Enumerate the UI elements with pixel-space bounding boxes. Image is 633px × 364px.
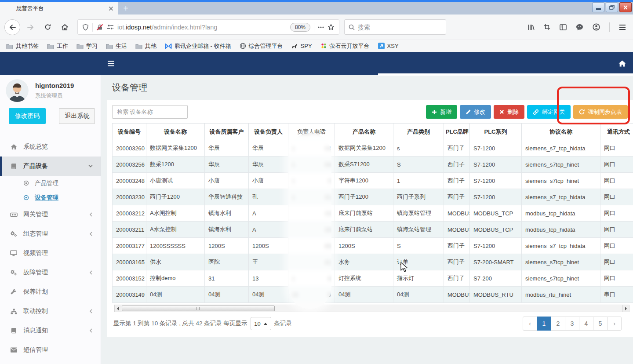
cell-plc-brand: MODBUS bbox=[444, 222, 470, 238]
scroll-right-icon[interactable] bbox=[622, 305, 629, 312]
window-minimize-button[interactable] bbox=[592, 2, 604, 12]
pager-item[interactable]: 5 bbox=[593, 317, 608, 331]
column-header[interactable]: 协议名称 bbox=[522, 124, 600, 140]
sidebar-item[interactable]: 网关管理 bbox=[0, 205, 101, 224]
zoom-level-badge[interactable]: 80% bbox=[290, 23, 310, 32]
sidebar-subitem[interactable]: 设备管理 bbox=[0, 190, 101, 205]
sidebar-item[interactable]: 消息通知 bbox=[0, 321, 101, 340]
home-button[interactable] bbox=[58, 20, 72, 34]
bookmark-item[interactable]: 工作 bbox=[47, 42, 68, 50]
bookmark-item[interactable]: 其他 bbox=[135, 42, 156, 50]
pager-item[interactable]: 2 bbox=[551, 317, 565, 331]
browser-search-input[interactable] bbox=[358, 24, 442, 31]
table-row[interactable]: 200003230西门子1200华辰智通科技孔131西门子1200西门子系列西门… bbox=[113, 189, 633, 205]
add-button[interactable]: 新增 bbox=[426, 105, 457, 119]
forward-button[interactable] bbox=[23, 20, 37, 34]
bookmark-label: 其他 bbox=[145, 42, 156, 50]
sidebar-item[interactable]: 短信管理 bbox=[0, 340, 101, 360]
sidebar-item[interactable]: 视频管理 bbox=[0, 244, 101, 263]
sidebar-item[interactable]: 空间管理 bbox=[0, 360, 101, 364]
url-bar[interactable]: iot.idosp.net/admin/index.html?lang 80% bbox=[77, 19, 339, 35]
bookmark-item[interactable]: SPY bbox=[291, 43, 312, 49]
bookmark-item[interactable]: 萤石云开放平台 bbox=[320, 42, 370, 50]
sidebar-item[interactable]: 组态管理 bbox=[0, 224, 101, 244]
column-header[interactable]: 通讯方式 bbox=[600, 124, 633, 140]
column-header[interactable]: 设备编号 bbox=[113, 124, 146, 140]
screenshot-crop-icon[interactable] bbox=[544, 24, 550, 30]
device-search-input[interactable] bbox=[112, 105, 188, 119]
column-header[interactable]: 设备负责人 bbox=[249, 124, 288, 140]
pager-item[interactable]: 4 bbox=[579, 317, 593, 331]
column-header[interactable]: 产品名称 bbox=[335, 124, 393, 140]
reload-icon[interactable] bbox=[40, 20, 55, 34]
cell-plc-brand: MODBUS bbox=[444, 287, 470, 303]
library-icon[interactable] bbox=[528, 24, 535, 31]
logout-button[interactable]: 退出系统 bbox=[59, 108, 95, 124]
table-row[interactable]: 200003256数采1200华辰华辰104数采S71200S西门子S7-120… bbox=[113, 157, 633, 173]
back-button[interactable] bbox=[4, 19, 20, 35]
app-home-icon[interactable] bbox=[618, 60, 626, 67]
tab-bar: 思普云平台 + bbox=[0, 2, 633, 15]
shield-icon[interactable] bbox=[82, 24, 89, 31]
insecure-lock-icon[interactable] bbox=[96, 24, 103, 31]
table-row[interactable]: 200003260数据网关采集1200华辰华辰104数据网关采集1200s西门子… bbox=[113, 140, 633, 157]
column-header[interactable]: 产品类别 bbox=[393, 124, 444, 140]
pager-item[interactable]: 1 bbox=[537, 317, 551, 331]
browser-tab[interactable]: 思普云平台 bbox=[0, 2, 118, 15]
window-restore-button[interactable] bbox=[606, 2, 618, 12]
table-row[interactable]: 20000314904测04测04测15804测04测MODBUSMODBUS_… bbox=[113, 287, 633, 303]
app-topbar bbox=[0, 52, 633, 75]
window-close-button[interactable] bbox=[619, 2, 632, 12]
bookmark-item[interactable]: 综合管理平台 bbox=[240, 42, 283, 50]
horizontal-scrollbar[interactable] bbox=[114, 305, 629, 312]
permissions-icon[interactable] bbox=[107, 24, 114, 30]
cell-owner: 孔 bbox=[249, 189, 288, 205]
change-password-button[interactable]: 修改密码 bbox=[9, 108, 46, 124]
pager-item[interactable]: ‹ bbox=[523, 317, 537, 331]
bookmark-item[interactable]: 腾讯企业邮箱 - 收件箱 bbox=[165, 42, 231, 50]
scroll-left-icon[interactable] bbox=[115, 305, 121, 312]
sidebar-item[interactable]: 故障管理 bbox=[0, 263, 101, 282]
sidebar-toggle-icon[interactable] bbox=[107, 61, 115, 66]
cell-customer: 镇海水利 bbox=[205, 205, 249, 222]
table-row[interactable]: 200003248小唐测试小唐小唐10字符串12001西门子S7-1200sie… bbox=[113, 173, 633, 189]
pager-item[interactable]: 3 bbox=[565, 317, 579, 331]
sidebars-icon[interactable] bbox=[560, 24, 567, 30]
bookmark-item[interactable]: XSY bbox=[378, 43, 399, 49]
sidebar-item[interactable]: 联动控制 bbox=[0, 302, 101, 321]
menu-icon[interactable] bbox=[619, 24, 626, 30]
cell-product: 1200S bbox=[335, 238, 393, 254]
page-actions-icon[interactable] bbox=[318, 26, 324, 28]
table-row[interactable]: 200003211A水泵控制镇海水利A33庶来门前泵站镇海泵站管理MODBUSM… bbox=[113, 222, 633, 238]
column-header[interactable]: PLC系列 bbox=[470, 124, 522, 140]
edit-button[interactable]: 修改 bbox=[460, 105, 491, 119]
page-size-select[interactable]: 10 bbox=[251, 317, 271, 330]
bookmark-item[interactable]: 其他书签 bbox=[6, 42, 39, 50]
column-header[interactable]: 设备所属客户 bbox=[205, 124, 249, 140]
account-icon[interactable] bbox=[593, 23, 600, 31]
action-label: 强制同步点表 bbox=[588, 108, 622, 116]
pager-item[interactable]: › bbox=[607, 317, 622, 331]
scrollbar-thumb[interactable] bbox=[122, 306, 275, 311]
sidebar-item[interactable]: 保养计划 bbox=[0, 282, 101, 302]
column-header[interactable]: 负责人电话 bbox=[288, 124, 335, 140]
force-sync-button[interactable]: 强制同步点表 bbox=[573, 105, 628, 119]
new-tab-button[interactable]: + bbox=[118, 2, 134, 15]
bookmark-star-icon[interactable] bbox=[327, 24, 335, 31]
sidebar-item[interactable]: 系统总览 bbox=[0, 137, 101, 157]
sidebar-subitem[interactable]: 产品管理 bbox=[0, 176, 101, 190]
delete-button[interactable]: 删除 bbox=[494, 105, 524, 119]
table-row[interactable]: 2000031771200SSSSSS1200S1200S881200SS西门子… bbox=[113, 238, 633, 254]
column-header[interactable]: PLC品牌 bbox=[444, 124, 470, 140]
bind-gateway-button[interactable]: 绑定网关 bbox=[527, 105, 571, 119]
tab-close-icon[interactable] bbox=[109, 6, 113, 11]
table-row[interactable]: 200003212A水闸控制镇海水利A33庶来门前泵站镇海泵站管理MODBUSM… bbox=[113, 205, 633, 222]
messenger-bubble-icon[interactable] bbox=[576, 24, 583, 31]
column-header[interactable]: 设备名称 bbox=[146, 124, 205, 140]
bookmark-label: 综合管理平台 bbox=[249, 42, 283, 50]
bookmark-item[interactable]: 生活 bbox=[106, 42, 127, 50]
table-row[interactable]: 200003165供水医院王41水务订单西门子S7-200-SMARTsieme… bbox=[113, 254, 633, 270]
bookmark-item[interactable]: 学习 bbox=[76, 42, 98, 50]
sidebar-item[interactable]: 产品设备 bbox=[0, 157, 101, 176]
table-row[interactable]: 200003152控制demo311318灯控系统指示灯西门子S7-200sie… bbox=[113, 270, 633, 287]
